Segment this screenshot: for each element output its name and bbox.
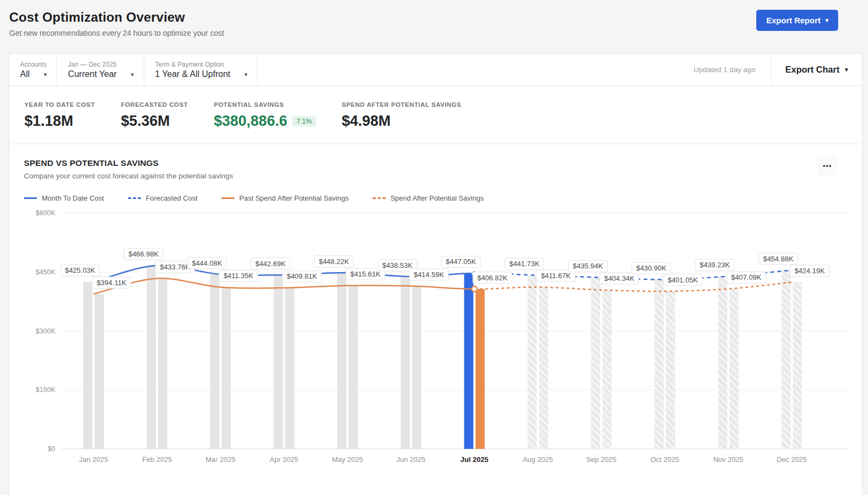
accounts-filter-dropdown[interactable]: Accounts All ▾: [9, 54, 57, 86]
x-axis-tick: Aug 2025: [523, 455, 553, 464]
svg-text:$425.03K: $425.03K: [65, 266, 95, 274]
svg-text:$454.88K: $454.88K: [763, 255, 794, 263]
x-axis-tick: Feb 2025: [142, 455, 172, 464]
chevron-down-icon: ▾: [245, 71, 248, 78]
chevron-down-icon: ▾: [825, 17, 828, 23]
x-axis-tick: Jun 2025: [397, 455, 426, 464]
legend-item[interactable]: Spend After Potential Savings: [373, 194, 484, 202]
svg-text:$409.81K: $409.81K: [287, 272, 317, 280]
more-options-button[interactable]: •••: [818, 156, 837, 176]
svg-text:$411.35K: $411.35K: [224, 272, 253, 280]
bar-cost[interactable]: [464, 273, 474, 449]
data-label: $430.90K: [632, 262, 671, 274]
kpi-label: SPEND AFTER POTENTIAL SAVINGS: [342, 101, 461, 108]
chart-canvas[interactable]: $0$150K$300K$450K$600K $425.03K $394.11K…: [24, 207, 847, 469]
bar-cost[interactable]: [210, 274, 220, 449]
legend-item[interactable]: Forecasted Cost: [128, 194, 197, 202]
chevron-down-icon: ▾: [131, 71, 134, 78]
bar-cost[interactable]: [401, 277, 410, 449]
bar-after-savings[interactable]: [412, 286, 422, 449]
kpi-value: $5.36M: [121, 113, 188, 130]
svg-text:$424.19K: $424.19K: [795, 267, 825, 275]
svg-text:$433.76K: $433.76K: [160, 263, 190, 271]
dashboard-card: Accounts All ▾ Jan — Dec 2025 Current Ye…: [9, 53, 863, 495]
bar-cost[interactable]: [591, 278, 601, 449]
legend-item-label: Past Spend After Potential Savings: [239, 194, 349, 202]
page-title: Cost Optimization Overview: [9, 10, 224, 25]
bar-cost[interactable]: [274, 275, 283, 449]
legend-item[interactable]: Past Spend After Potential Savings: [221, 194, 349, 202]
chevron-down-icon: ▾: [845, 66, 848, 73]
svg-text:$441.73K: $441.73K: [509, 260, 540, 268]
updated-status: Updated 1 day ago: [693, 66, 770, 74]
data-label: $441.73K: [505, 258, 544, 269]
svg-text:$406.82K: $406.82K: [477, 274, 508, 282]
y-axis-tick: $600K: [36, 209, 56, 217]
data-label: $414.59K: [410, 269, 449, 280]
term-payment-filter-dropdown[interactable]: Term & Payment Option 1 Year & All Upfro…: [144, 54, 258, 86]
legend-item-label: Month To Date Cost: [42, 194, 104, 202]
solid-line-swatch-icon: [24, 197, 37, 199]
data-label: $447.05K: [442, 256, 481, 267]
kpi-label: YEAR TO DATE COST: [24, 101, 95, 108]
x-axis-tick: Sep 2025: [586, 455, 617, 464]
bar-cost[interactable]: [147, 265, 156, 449]
period-filter-dropdown[interactable]: Jan — Dec 2025 Current Year ▾: [57, 54, 144, 86]
x-axis-tick: Jan 2025: [79, 455, 108, 464]
chevron-down-icon: ▾: [44, 71, 47, 78]
bar-cost[interactable]: [718, 277, 727, 449]
bar-after-savings[interactable]: [158, 279, 168, 449]
export-report-label: Export Report: [766, 16, 820, 25]
page-header: Cost Optimization Overview Get new recom…: [0, 0, 868, 37]
bar-after-savings[interactable]: [666, 291, 675, 449]
bar-cost[interactable]: [337, 273, 347, 449]
x-axis-tick: Jul 2025: [461, 455, 488, 464]
data-label: $435.94K: [569, 260, 608, 272]
bar-cost[interactable]: [528, 275, 537, 449]
data-label: $411.35K: [219, 270, 258, 281]
svg-text:$466.98K: $466.98K: [129, 250, 159, 258]
svg-text:$430.90K: $430.90K: [636, 264, 667, 272]
y-axis-tick: $150K: [36, 386, 56, 394]
data-label: $454.88K: [759, 253, 798, 265]
bar-after-savings[interactable]: [285, 288, 295, 449]
period-filter-label: Jan — Dec 2025: [68, 61, 133, 68]
bar-after-savings[interactable]: [222, 287, 231, 449]
dashed-line-swatch-icon: [373, 197, 386, 199]
export-chart-label: Export Chart: [786, 65, 840, 75]
y-axis-tick: $300K: [36, 327, 56, 335]
data-label: $409.81K: [283, 271, 322, 282]
bar-after-savings[interactable]: [539, 287, 548, 449]
bar-cost[interactable]: [84, 282, 93, 449]
export-chart-button[interactable]: Export Chart ▾: [771, 54, 862, 86]
kpi-value: $380,886.6: [214, 113, 287, 130]
kpi-spend-after-savings: SPEND AFTER POTENTIAL SAVINGS $4.98M: [342, 101, 461, 130]
bar-after-savings[interactable]: [603, 290, 612, 449]
savings-percent-badge: 7.1%: [292, 116, 316, 127]
bar-after-savings[interactable]: [793, 282, 802, 449]
svg-text:$442.69K: $442.69K: [256, 260, 286, 268]
accounts-filter-value: All: [20, 69, 30, 79]
kpi-potential-savings: POTENTIAL SAVINGS $380,886.6 7.1%: [214, 101, 316, 130]
bar-cost[interactable]: [655, 280, 664, 449]
bar-after-savings[interactable]: [349, 286, 358, 449]
chart-subtitle: Compare your current cost forecast again…: [24, 172, 847, 180]
spend-vs-savings-chart[interactable]: $0$150K$300K$450K$600K $425.03K $394.11K…: [24, 207, 847, 471]
export-report-button[interactable]: Export Report ▾: [756, 10, 838, 31]
bar-after-savings[interactable]: [476, 289, 485, 449]
chart-section: SPEND VS POTENTIAL SAVINGS Compare your …: [9, 144, 862, 471]
data-label: $401.05K: [663, 274, 703, 286]
legend-item[interactable]: Month To Date Cost: [24, 194, 104, 202]
solid-line-swatch-icon: [221, 197, 234, 199]
dashed-line-swatch-icon: [128, 197, 141, 199]
kpi-year-to-date-cost: YEAR TO DATE COST $1.18M: [24, 101, 95, 130]
data-label: $448.22K: [315, 256, 354, 267]
bar-after-savings[interactable]: [95, 294, 104, 449]
page-header-text: Cost Optimization Overview Get new recom…: [9, 10, 224, 37]
data-label: $424.19K: [790, 265, 829, 277]
y-axis-tick: $450K: [36, 268, 56, 276]
bar-after-savings[interactable]: [730, 289, 739, 449]
data-label: $425.03K: [61, 265, 100, 276]
filter-bar: Accounts All ▾ Jan — Dec 2025 Current Ye…: [9, 54, 862, 86]
bar-cost[interactable]: [782, 270, 791, 449]
